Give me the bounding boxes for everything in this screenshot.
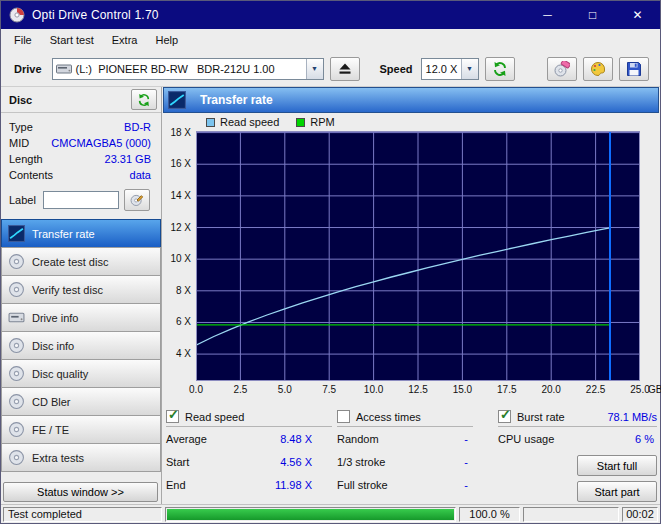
- refresh-disc-button[interactable]: [131, 89, 157, 110]
- drive-select[interactable]: (L:) PIONEER BD-RW BDR-212U 1.00 ▼: [52, 58, 324, 80]
- eject-button[interactable]: [330, 57, 360, 81]
- sidebar-item-label: Drive info: [32, 312, 78, 324]
- write-label-button[interactable]: [124, 189, 150, 211]
- disc-quality-icon: [8, 365, 25, 382]
- save-button[interactable]: [619, 57, 649, 81]
- field-value: BD-R: [124, 121, 151, 133]
- speed-select[interactable]: 12.0 X ▼: [421, 58, 479, 80]
- read-speed-checkbox-label: Read speed: [185, 411, 244, 423]
- sidebar-item-cd-bler[interactable]: CD Bler: [1, 387, 161, 416]
- speed-label: Speed: [380, 63, 413, 75]
- x-axis-unit-label: GB: [648, 384, 661, 395]
- eject-icon: [337, 61, 353, 77]
- access-times-checkbox-label: Access times: [356, 411, 421, 423]
- colors-button[interactable]: [583, 57, 613, 81]
- x-tick-label: 5.0: [270, 384, 300, 395]
- refresh-speeds-button[interactable]: [485, 57, 515, 81]
- read-speed-results-group: ✓ Read speed Average 8.48 X Start 4.56 X…: [166, 407, 332, 496]
- y-axis-labels: 18 X16 X14 X12 X10 X8 X6 X4 X: [162, 131, 194, 381]
- sidebar-item-label: Disc quality: [32, 368, 88, 380]
- x-tick-label: 20.0: [536, 384, 566, 395]
- sidebar-item-label: Verify test disc: [32, 284, 103, 296]
- status-message: Test completed: [3, 507, 162, 522]
- sidebar-item-label: Transfer rate: [32, 228, 95, 240]
- x-axis-labels: 0.02.55.07.510.012.515.017.520.022.525.0…: [196, 384, 661, 397]
- sidebar-item-verify-test-disc[interactable]: Verify test disc: [1, 275, 161, 304]
- disc-info-icon: [8, 337, 25, 354]
- sidebar-item-disc-info[interactable]: Disc info: [1, 331, 161, 360]
- transfer-rate-header-icon: [168, 91, 186, 109]
- disc-panel-title: Disc: [9, 94, 32, 106]
- sidebar-item-extra-tests[interactable]: Extra tests: [1, 443, 161, 472]
- result-label: End: [166, 479, 186, 491]
- sidebar-item-label: FE / TE: [32, 424, 69, 436]
- sidebar-item-fe-te[interactable]: FE / TE: [1, 415, 161, 444]
- field-value: CMCMAGBA5 (000): [51, 137, 151, 149]
- x-tick-label: 17.5: [492, 384, 522, 395]
- y-tick-label: 6 X: [176, 316, 191, 327]
- disc-field-type: Type BD-R: [1, 119, 161, 135]
- disc-label-input[interactable]: [43, 191, 119, 209]
- sidebar-item-label: Create test disc: [32, 256, 108, 268]
- sidebar-item-drive-info[interactable]: Drive info: [1, 303, 161, 332]
- status-window-button[interactable]: Status window >>: [3, 482, 158, 502]
- speed-dropdown-arrow-icon[interactable]: ▼: [461, 59, 478, 79]
- app-icon: [9, 7, 25, 23]
- result-row-end: End 11.98 X: [166, 473, 332, 496]
- field-label: Contents: [9, 169, 53, 181]
- sidebar-item-create-test-disc[interactable]: Create test disc: [1, 247, 161, 276]
- result-label: Average: [166, 433, 207, 445]
- x-tick-label: 0.0: [181, 384, 211, 395]
- erase-disc-button[interactable]: [547, 57, 577, 81]
- menu-file[interactable]: File: [5, 31, 41, 49]
- drive-icon: [56, 63, 72, 75]
- rpm-legend-label: RPM: [310, 116, 334, 128]
- check-icon: ✓: [500, 407, 511, 422]
- close-button[interactable]: ✕: [615, 1, 660, 29]
- colors-palette-icon: [590, 61, 606, 77]
- result-label: 1/3 stroke: [337, 456, 385, 468]
- disc-field-mid: MID CMCMAGBA5 (000): [1, 135, 161, 151]
- result-row-cpu-usage: CPU usage 6 %: [498, 427, 657, 450]
- burst-rate-checkbox-row: ✓ Burst rate 78.1 MB/s: [498, 407, 657, 427]
- field-label: Type: [9, 121, 33, 133]
- sidebar-item-disc-quality[interactable]: Disc quality: [1, 359, 161, 388]
- result-value: -: [464, 433, 468, 445]
- sidebar-item-transfer-rate[interactable]: Transfer rate: [1, 219, 161, 248]
- result-row-full-stroke: Full stroke -: [337, 473, 473, 496]
- section-header: Transfer rate: [163, 87, 659, 113]
- access-times-results-group: ✓ Access times Random - 1/3 stroke - Ful…: [337, 407, 473, 496]
- erase-disc-icon: [554, 61, 570, 77]
- progress-percent: 100.0 %: [459, 507, 520, 522]
- menu-help[interactable]: Help: [146, 31, 187, 49]
- y-tick-label: 8 X: [176, 285, 191, 296]
- burst-rate-value: 78.1 MB/s: [607, 411, 657, 423]
- access-times-checkbox-row: ✓ Access times: [337, 407, 473, 427]
- maximize-button[interactable]: □: [570, 1, 615, 29]
- burst-rate-checkbox[interactable]: ✓: [498, 410, 511, 423]
- start-full-button[interactable]: Start full: [577, 455, 657, 476]
- field-label: MID: [9, 137, 29, 149]
- test-nav: Transfer rate Create test disc Verify te…: [1, 219, 161, 472]
- sidebar-item-label: Extra tests: [32, 452, 84, 464]
- menu-extra[interactable]: Extra: [103, 31, 147, 49]
- drive-dropdown-arrow-icon[interactable]: ▼: [306, 59, 323, 79]
- result-label: Full stroke: [337, 479, 388, 491]
- result-value: -: [464, 479, 468, 491]
- fe-te-icon: [8, 421, 25, 438]
- result-value: 4.56 X: [280, 456, 312, 468]
- content-area: Transfer rate Read speed RPM 18 X16 X14 …: [162, 87, 660, 504]
- speed-select-value: 12.0 X: [422, 63, 461, 75]
- field-value: data: [130, 169, 151, 181]
- main-area: Disc Type BD-R MID CMCMAGBA5 (000) Lengt…: [1, 87, 660, 504]
- cd-bler-icon: [8, 393, 25, 410]
- menu-start-test[interactable]: Start test: [41, 31, 103, 49]
- disc-field-length: Length 23.31 GB: [1, 151, 161, 167]
- titlebar: Opti Drive Control 1.70 ─ □ ✕: [1, 1, 660, 29]
- read-speed-checkbox[interactable]: ✓: [166, 410, 179, 423]
- minimize-button[interactable]: ─: [525, 1, 570, 29]
- start-part-button[interactable]: Start part: [577, 481, 657, 502]
- result-row-average: Average 8.48 X: [166, 427, 332, 450]
- access-times-checkbox[interactable]: ✓: [337, 410, 350, 423]
- sidebar-item-label: Disc info: [32, 340, 74, 352]
